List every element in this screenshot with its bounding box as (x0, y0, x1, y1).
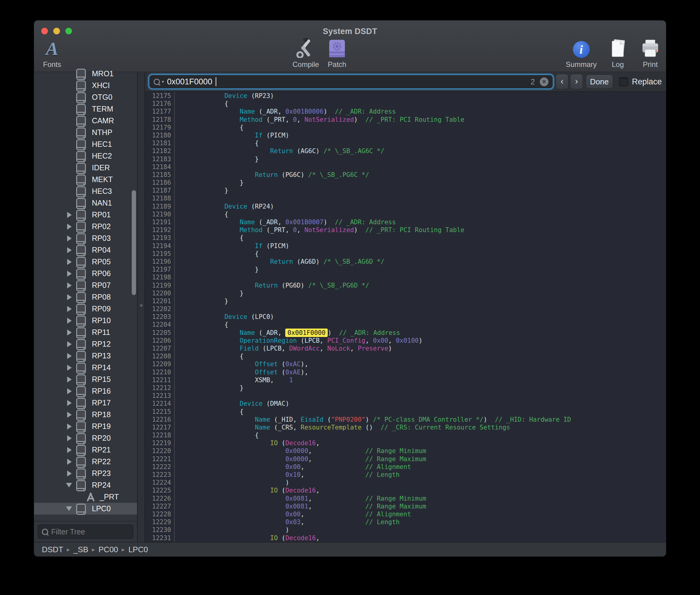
find-previous-button[interactable]: ‹ (556, 74, 568, 89)
tree-item-rp21[interactable]: RP21 (34, 444, 137, 456)
disclosure-triangle[interactable] (67, 247, 72, 253)
find-input[interactable]: ▾ 0x001F0000 2 × (149, 75, 553, 88)
disclosure-triangle[interactable] (67, 212, 72, 218)
patch-folder-icon (328, 38, 346, 58)
tree-item-rp24[interactable]: RP24 (34, 479, 137, 491)
tree-item-rp16[interactable]: RP16 (34, 385, 137, 397)
line-number: 12178 (145, 116, 171, 123)
disclosure-triangle[interactable] (67, 341, 72, 347)
find-next-button[interactable]: › (570, 74, 583, 89)
tree-item-nan1[interactable]: NAN1 (34, 197, 137, 209)
line-number: 12198 (145, 274, 171, 281)
tree-item-rp12[interactable]: RP12 (34, 338, 137, 350)
patch-button[interactable]: Patch (326, 38, 348, 69)
print-button[interactable]: Print (639, 38, 662, 69)
disclosure-triangle[interactable] (67, 271, 72, 277)
code-line: Offset (0xAC), (194, 360, 666, 368)
replace-checkbox[interactable] (619, 77, 628, 86)
tree-item-rp06[interactable]: RP06 (34, 268, 137, 279)
tree-item-rp09[interactable]: RP09 (34, 303, 137, 315)
disclosure-triangle[interactable] (66, 483, 72, 487)
disclosure-triangle[interactable] (67, 471, 72, 477)
disclosure-triangle[interactable] (66, 506, 72, 511)
disclosure-triangle[interactable] (67, 412, 72, 418)
summary-button[interactable]: i Summary (566, 38, 597, 69)
tree-item-rp20[interactable]: RP20 (34, 432, 137, 444)
disclosure-triangle[interactable] (67, 235, 72, 242)
disclosure-triangle[interactable] (67, 400, 72, 406)
line-number: 12190 (145, 210, 171, 218)
compile-button[interactable]: Compile (293, 38, 319, 69)
tree-item-rp08[interactable]: RP08 (34, 291, 137, 303)
sidebar-scrollbar-thumb[interactable] (132, 190, 136, 295)
tree-item-rp18[interactable]: RP18 (34, 409, 137, 421)
disclosure-triangle[interactable] (67, 259, 72, 265)
breadcrumb-item-dsdt[interactable]: DSDT (42, 545, 63, 554)
tree-item-hec2[interactable]: HEC2 (34, 150, 137, 162)
done-button[interactable]: Done (586, 75, 613, 89)
line-number: 12215 (145, 408, 171, 416)
tree-item-rp10[interactable]: RP10 (34, 315, 137, 327)
tree-item-_prt[interactable]: _PRT (34, 491, 137, 503)
tree-item-lpc0[interactable]: LPC0 (34, 503, 137, 514)
device-icon (76, 433, 86, 444)
disclosure-triangle[interactable] (67, 294, 72, 300)
tree-item-rp04[interactable]: RP04 (34, 244, 137, 256)
tree-item-nthp[interactable]: NTHP (34, 126, 137, 138)
filter-tree-input[interactable]: Filter Tree (38, 525, 133, 539)
search-menu-chevron-icon[interactable]: ▾ (162, 79, 164, 84)
line-number: 12177 (145, 108, 171, 115)
tree-item-hec3[interactable]: HEC3 (34, 186, 137, 197)
tree-item-ider[interactable]: IDER (34, 162, 137, 174)
tree-item-rp01[interactable]: RP01 (34, 209, 137, 221)
tree-item-label: OTG0 (92, 93, 112, 102)
tree-item-rp07[interactable]: RP07 (34, 279, 137, 291)
tree-item-term[interactable]: TERM (34, 103, 137, 115)
code-line: } (194, 179, 666, 187)
line-number: 12187 (145, 187, 171, 194)
tree-item-hec1[interactable]: HEC1 (34, 138, 137, 150)
breadcrumb-item-pc00[interactable]: PC00 (98, 545, 118, 554)
tree-item-rp19[interactable]: RP19 (34, 421, 137, 432)
code-editor[interactable]: 1217512176121771217812179121801218112182… (145, 92, 666, 542)
disclosure-triangle[interactable] (67, 330, 72, 336)
tree-item-rp17[interactable]: RP17 (34, 397, 137, 409)
tree-item-label: HEC1 (92, 140, 112, 149)
breadcrumb-item-lpc0[interactable]: LPC0 (128, 545, 148, 554)
disclosure-triangle[interactable] (67, 376, 72, 382)
disclosure-triangle[interactable] (67, 306, 72, 312)
disclosure-triangle[interactable] (67, 447, 72, 453)
tree-item-mro1[interactable]: MRO1 (34, 68, 137, 80)
disclosure-triangle[interactable] (67, 353, 72, 359)
fonts-button[interactable]: A Fonts (41, 38, 64, 69)
tree-item-otg0[interactable]: OTG0 (34, 91, 137, 103)
tree-item-xhci[interactable]: XHCI (34, 80, 137, 91)
tree-item-rp22[interactable]: RP22 (34, 456, 137, 468)
disclosure-triangle[interactable] (67, 424, 72, 429)
tree-item-rp05[interactable]: RP05 (34, 256, 137, 268)
tree-item-rp15[interactable]: RP15 (34, 373, 137, 385)
disclosure-triangle[interactable] (67, 459, 72, 465)
tree-item-rp11[interactable]: RP11 (34, 327, 137, 338)
disclosure-triangle[interactable] (67, 388, 72, 394)
log-button[interactable]: Log (606, 38, 629, 69)
tree-item-rp03[interactable]: RP03 (34, 232, 137, 244)
disclosure-triangle[interactable] (67, 282, 72, 288)
code-line: Name (_ADR, 0x001B0006) // _ADR: Address (194, 108, 666, 115)
clear-search-button[interactable]: × (540, 78, 548, 86)
breadcrumb-item-_sb[interactable]: _SB (73, 545, 88, 554)
tree-item-mekt[interactable]: MEKT (34, 174, 137, 186)
tree-item-rp13[interactable]: RP13 (34, 350, 137, 362)
pane-splitter[interactable] (137, 72, 145, 542)
disclosure-triangle[interactable] (67, 224, 72, 230)
line-number: 12194 (145, 242, 171, 250)
disclosure-triangle[interactable] (67, 365, 72, 371)
tree-item-rp23[interactable]: RP23 (34, 468, 137, 479)
tree-item-rp02[interactable]: RP02 (34, 221, 137, 232)
tree-item-label: RP03 (92, 234, 111, 243)
disclosure-triangle[interactable] (67, 435, 72, 441)
tree-item-rp14[interactable]: RP14 (34, 362, 137, 373)
tree-item-camr[interactable]: CAMR (34, 115, 137, 126)
code-line: Name (_ADR, 0x001B0007) // _ADR: Address (194, 218, 666, 226)
disclosure-triangle[interactable] (67, 318, 72, 324)
